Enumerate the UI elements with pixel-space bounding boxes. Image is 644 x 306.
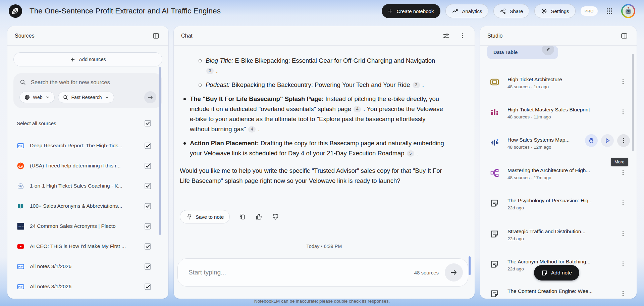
- book-icon: [17, 202, 24, 210]
- studio-item-title: High-Ticket Mastery Sales Blueprint: [507, 107, 613, 113]
- chat-scrollbar[interactable]: [469, 256, 471, 275]
- chat-input[interactable]: [188, 268, 414, 276]
- chat-more-options-icon[interactable]: [457, 31, 467, 41]
- notebooklm-logo-icon[interactable]: [9, 4, 22, 18]
- citation-badge[interactable]: 5: [407, 150, 414, 157]
- source-list-item[interactable]: Deep Research Report: The High-Tick...: [7, 136, 168, 156]
- notebooklm-app: The One-Sentence Profit Extractor and AI…: [0, 0, 644, 306]
- waveform-icon: [490, 138, 499, 147]
- source-list-item[interactable]: 1-on-1 High Ticket Sales Coaching - K...: [7, 176, 168, 196]
- studio-item[interactable]: High-Ticket Mastery Sales Blueprint48 so…: [480, 107, 637, 129]
- citation-badge[interactable]: 4: [354, 106, 361, 112]
- source-checkbox[interactable]: [145, 223, 151, 230]
- thumbs-up-icon[interactable]: [255, 213, 263, 220]
- note-icon: [490, 260, 499, 269]
- thumbs-down-icon[interactable]: [272, 213, 279, 220]
- reddit-icon: [17, 162, 24, 170]
- top-bar: The One-Sentence Profit Extractor and AI…: [0, 0, 644, 22]
- more-options-button[interactable]: [619, 198, 627, 207]
- chat-bold-text: Action Plan Placement:: [190, 140, 259, 147]
- source-checkbox[interactable]: [145, 183, 151, 189]
- web-search-placeholder: Search the web for new sources: [31, 79, 110, 86]
- analytics-button[interactable]: Analytics: [445, 4, 488, 18]
- sources-scrollbar[interactable]: [159, 67, 161, 235]
- citation-badge[interactable]: 3: [206, 68, 214, 74]
- source-list-item[interactable]: AI CEO: THIS is How I'd Make My First ..…: [7, 236, 168, 256]
- source-list-item[interactable]: All notes 3/1/2026: [7, 256, 168, 276]
- more-options-button[interactable]: [619, 259, 627, 268]
- more-options-button[interactable]: [619, 77, 627, 86]
- studio-item-actions: [585, 134, 630, 147]
- source-list-item[interactable]: PLECTO24 Common Sales Acronyms | Plecto: [7, 216, 168, 236]
- select-all-checkbox[interactable]: [145, 120, 151, 126]
- more-options-button[interactable]: [617, 134, 630, 147]
- studio-scrollbar[interactable]: [632, 54, 634, 151]
- studio-item[interactable]: How Sales Systems Map...48 sources · 12m…: [480, 137, 637, 159]
- source-checkbox[interactable]: [145, 163, 151, 169]
- source-title: (USA) I need help determining if this r.…: [30, 163, 139, 169]
- more-options-button[interactable]: [619, 229, 627, 238]
- studio-item[interactable]: High Ticket Architecture48 sources · 1m …: [480, 76, 637, 99]
- arrow-right-icon: [450, 268, 458, 276]
- apps-grid-icon[interactable]: [603, 4, 616, 18]
- chat-paragraph: Would you like me to help you write the …: [180, 166, 442, 186]
- settings-button[interactable]: Settings: [534, 4, 575, 18]
- notebook-title[interactable]: The One-Sentence Profit Extractor and AI…: [30, 7, 221, 15]
- fast-research-icon: [63, 94, 69, 100]
- source-list-item[interactable]: All notes 3/1/2026: [7, 276, 168, 297]
- share-button[interactable]: Share: [493, 4, 529, 18]
- studio-item[interactable]: Strategic Traffic and Distribution...22d…: [480, 228, 637, 251]
- submit-web-search-button[interactable]: [144, 91, 156, 103]
- trending-up-icon: [452, 8, 459, 14]
- source-checkbox[interactable]: [145, 284, 151, 290]
- more-options-button[interactable]: [619, 289, 627, 298]
- source-checkbox[interactable]: [145, 203, 151, 209]
- citation-badge[interactable]: 3: [413, 82, 420, 88]
- studio-item-title: The Content Creation Engine: Wee...: [507, 288, 613, 294]
- chat-settings-icon[interactable]: [441, 31, 451, 41]
- studio-item-meta: 48 sources · 12m ago: [507, 145, 583, 150]
- studio-item-texts: The Psychology of Persuasion: Hig...22d …: [507, 198, 613, 210]
- add-note-button[interactable]: Add note: [534, 265, 579, 280]
- more-options-button[interactable]: [619, 107, 627, 116]
- copy-icon[interactable]: [239, 213, 246, 220]
- more-options-button[interactable]: [619, 168, 627, 177]
- source-checkbox[interactable]: [145, 243, 151, 250]
- source-list-item[interactable]: (USA) I need help determining if this r.…: [7, 156, 168, 176]
- source-title: Deep Research Report: The High-Tick...: [30, 143, 139, 149]
- source-title: 24 Common Sales Acronyms | Plecto: [30, 223, 139, 229]
- create-notebook-button[interactable]: Create notebook: [382, 4, 440, 18]
- studio-item[interactable]: The Content Creation Engine: Wee...: [480, 288, 637, 299]
- studio-item-title: How Sales Systems Map...: [507, 137, 583, 143]
- disclaimer-text: NotebookLM can be inaccurate; please dou…: [0, 299, 644, 304]
- web-search-input[interactable]: Search the web for new sources: [19, 79, 156, 86]
- research-mode-chip[interactable]: Fast Research: [58, 92, 114, 103]
- source-list-item[interactable]: 100+ Sales Acronyms & Abbreviations...: [7, 196, 168, 216]
- chat-disc-bullet: Action Plan Placement: Drafting the copy…: [190, 138, 445, 158]
- source-checkbox[interactable]: [145, 143, 151, 149]
- studio-item-title: High Ticket Architecture: [507, 76, 613, 83]
- web-filter-chip[interactable]: Web: [19, 92, 55, 103]
- chat-circle-bullet: Blog Title: E-Bike Bikepacking: Essentia…: [206, 56, 444, 76]
- send-message-button[interactable]: [445, 263, 463, 282]
- collapse-sources-panel-icon[interactable]: [151, 31, 161, 41]
- markdown-doc-icon: [17, 142, 24, 150]
- add-sources-button[interactable]: Add sources: [13, 52, 162, 66]
- interactive-mode-button[interactable]: [585, 134, 598, 147]
- play-audio-button[interactable]: [601, 134, 614, 147]
- studio-panel-header: Studio: [480, 26, 637, 46]
- save-to-note-button[interactable]: Save to note: [180, 210, 230, 223]
- studio-item-texts: High-Ticket Mastery Sales Blueprint48 so…: [507, 107, 613, 119]
- citation-badge[interactable]: 4: [248, 126, 256, 133]
- studio-item-texts: High Ticket Architecture48 sources · 1m …: [507, 76, 613, 89]
- user-avatar[interactable]: [621, 4, 635, 18]
- studio-item[interactable]: The Psychology of Persuasion: Hig...22d …: [480, 198, 637, 220]
- source-title: AI CEO: THIS is How I'd Make My First ..…: [30, 243, 139, 249]
- studio-item[interactable]: Mastering the Architecture of High...48 …: [480, 167, 637, 190]
- studio-item-meta: 48 sources · 1m ago: [507, 84, 613, 89]
- chat-bold-text: The "Buy It For Life Basecamp" Splash Pa…: [190, 95, 324, 102]
- pro-badge[interactable]: PRO: [581, 6, 598, 16]
- chat-messages: Blog Title: E-Bike Bikepacking: Essentia…: [174, 56, 475, 190]
- source-checkbox[interactable]: [145, 263, 151, 270]
- collapse-studio-panel-icon[interactable]: [619, 31, 629, 41]
